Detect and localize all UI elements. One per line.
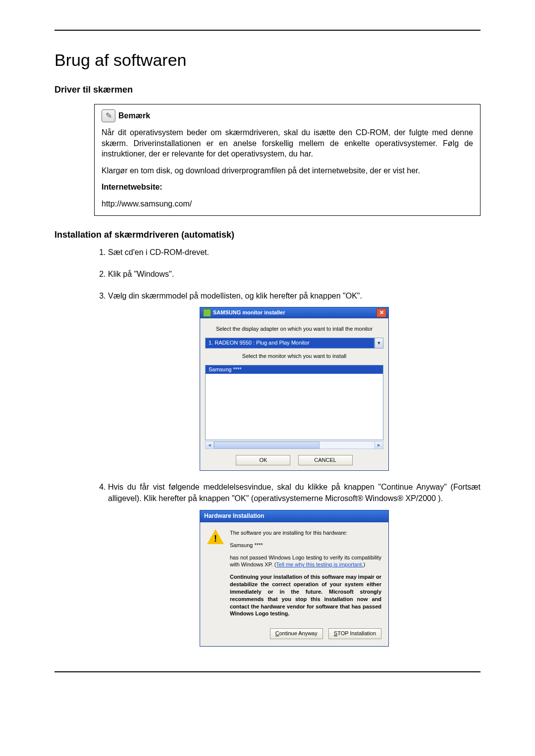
continue-anyway-button[interactable]: Continue Anyway: [270, 628, 323, 639]
section-driver-heading: Driver til skærmen: [54, 85, 481, 95]
installer-title: SAMSUNG monitor installer: [213, 309, 285, 316]
note-box: ✎ Bemærk Når dit operativsystem beder om…: [94, 104, 481, 216]
ok-button[interactable]: OK: [236, 455, 290, 465]
warning-icon: !: [207, 529, 224, 544]
note-paragraph-2: Klargør en tom disk, og download driverp…: [102, 165, 473, 176]
step-3-text: Vælg din skærmmodel på modellisten, og k…: [108, 292, 362, 300]
installer-titlebar: SAMSUNG monitor installer ✕: [200, 307, 388, 318]
step-4: Hvis du får vist følgende meddelelsesvin…: [108, 482, 481, 646]
scroll-right-arrow-icon[interactable]: ►: [374, 441, 383, 449]
scroll-left-arrow-icon[interactable]: ◄: [205, 441, 214, 449]
steps-list: Sæt cd'en i CD-ROM-drevet. Klik på "Wind…: [94, 247, 481, 647]
step-3: Vælg din skærmmodel på modellisten, og k…: [108, 291, 481, 471]
close-button[interactable]: ✕: [376, 308, 386, 317]
scrollbar-track[interactable]: [214, 441, 374, 449]
page-title: Brug af softwaren: [54, 50, 481, 70]
step-4-text: Hvis du får vist følgende meddelelsesvin…: [108, 483, 481, 502]
note-label: Bemærk: [118, 110, 150, 121]
samsung-installer-dialog: SAMSUNG monitor installer ✕ Select the d…: [200, 307, 389, 471]
display-adapter-value: 1. RADEON 9550 : Plug and Play Monitor: [205, 338, 374, 348]
hwdlg-line3b: ): [363, 561, 365, 567]
display-adapter-combo[interactable]: 1. RADEON 9550 : Plug and Play Monitor ▼: [205, 338, 383, 348]
bottom-divider: [54, 671, 481, 672]
top-divider: [54, 30, 481, 31]
hwdlg-line1: The software you are installing for this…: [230, 529, 381, 537]
installer-app-icon: [203, 309, 211, 317]
internet-label: Internetwebsite:: [102, 183, 162, 191]
monitor-listbox[interactable]: Samsung ****: [205, 365, 383, 440]
step-2: Klik på "Windows".: [108, 269, 481, 280]
hwdlg-line2: Samsung ****: [230, 542, 381, 549]
section-auto-install-heading: Installation af skærmdriveren (automatis…: [54, 230, 481, 240]
installer-instruction-2: Select the monitor which you want to ins…: [205, 353, 383, 360]
internet-url: http://www.samsung.com/: [102, 199, 473, 209]
hwdlg-message: The software you are installing for this…: [230, 529, 381, 622]
note-paragraph-1: Når dit operativsystem beder om skærmdri…: [102, 127, 473, 159]
hardware-installation-dialog: Hardware Installation ! The software you…: [200, 510, 389, 647]
cancel-button[interactable]: CANCEL: [298, 455, 353, 465]
scrollbar-thumb[interactable]: [214, 442, 320, 449]
chevron-down-icon[interactable]: ▼: [374, 338, 383, 348]
hwdlg-title: Hardware Installation: [200, 510, 388, 522]
installer-instruction-1: Select the display adapter on which you …: [205, 325, 383, 333]
stop-installation-button[interactable]: STOP Installation: [328, 628, 381, 639]
step-1: Sæt cd'en i CD-ROM-drevet.: [108, 247, 481, 258]
horizontal-scrollbar[interactable]: ◄ ►: [205, 441, 383, 449]
hwdlg-link[interactable]: Tell me why this testing is important.: [276, 561, 363, 567]
note-icon: ✎: [102, 109, 115, 122]
hwdlg-bold: Continuing your installation of this sof…: [230, 573, 381, 617]
monitor-list-item-selected[interactable]: Samsung ****: [206, 365, 383, 374]
